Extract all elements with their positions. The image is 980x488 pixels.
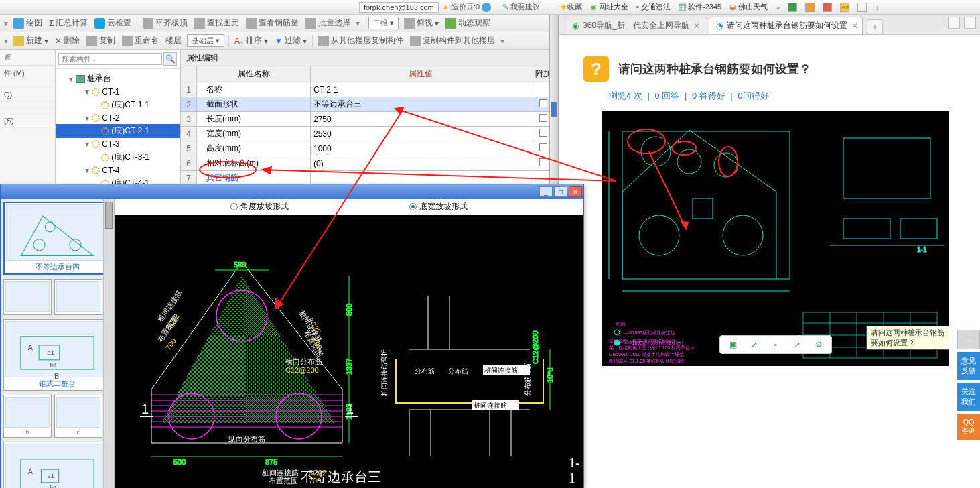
- tree-root[interactable]: ▾ 桩承台: [56, 72, 180, 86]
- dock-row[interactable]: 件 (M): [0, 66, 55, 82]
- tab-question[interactable]: ◔请问这两种桩承台钢筋要如何设置✕: [709, 17, 863, 34]
- btn-batch-sel[interactable]: 批量选择: [304, 17, 352, 29]
- question-icon: ?: [583, 56, 609, 82]
- fav-button[interactable]: ★收藏: [560, 2, 582, 12]
- question-title: 请问这两种桩承台钢筋要如何设置？: [618, 61, 811, 77]
- dock-row[interactable]: (S): [0, 114, 55, 128]
- toolbar-1: ▾ 绘图 Σ 汇总计算 云检查 平齐板顶 查找图元 查看钢筋量 批量选择 ▾ 二…: [0, 15, 559, 32]
- svg-text:GB50010-2010 混凝土结构设计规范: GB50010-2010 混凝土结构设计规范: [609, 352, 684, 357]
- svg-text:某工程结构施工图 比例 1:100 标高单位 m: 某工程结构施工图 比例 1:100 标高单位 m: [609, 345, 695, 350]
- follow-button[interactable]: 关注我们: [957, 383, 980, 411]
- thumb-card[interactable]: b: [3, 395, 52, 438]
- thumb-card[interactable]: c: [54, 395, 102, 438]
- bm-jtwf[interactable]: ▫ 交通违法: [636, 2, 671, 12]
- property-row[interactable]: 6相对底标高(m)(0): [181, 156, 555, 171]
- svg-point-4: [639, 215, 679, 255]
- dock-row[interactable]: [0, 102, 55, 108]
- img-settings-icon[interactable]: ⚙: [813, 339, 825, 351]
- btn-rename[interactable]: 重命名: [121, 35, 160, 46]
- btn-copy[interactable]: 复制: [85, 35, 117, 46]
- btn-topview[interactable]: 俯视 ▾: [403, 17, 440, 29]
- thumb-card[interactable]: Aa1b1B 锥式二桩台: [3, 319, 111, 391]
- radio-angle[interactable]: 角度放坡形式: [230, 201, 289, 212]
- img-share-icon[interactable]: ↗: [791, 339, 803, 351]
- tree-leaf[interactable]: (底)CT-1-1: [56, 98, 180, 112]
- property-row[interactable]: 3长度(mm)2750: [181, 112, 555, 127]
- question-image[interactable]: 1-1 结构说明：框架-剪力墙结构设计... 某工程结构施工图 比例 1:100…: [602, 111, 949, 366]
- canvas-caption-2: 1-1: [569, 455, 583, 486]
- tree-node[interactable]: ▾ CT-3: [56, 138, 180, 150]
- bm-wzdq[interactable]: ◉ 网址大全: [590, 2, 628, 12]
- child-titlebar[interactable]: _ □ ✕: [1, 184, 583, 199]
- svg-text:图例: 图例: [616, 322, 625, 326]
- floor-select[interactable]: 基础层 ▾: [187, 34, 224, 47]
- img-expand-icon[interactable]: ⤢: [748, 339, 760, 351]
- property-row[interactable]: 1名称CT-2-1: [181, 82, 555, 97]
- col-value: 属性值: [311, 66, 531, 82]
- bm-rj2345[interactable]: ▦ 软件-2345: [679, 2, 721, 12]
- min-button[interactable]: _: [539, 186, 553, 197]
- viewmode-select[interactable]: 二维 ▾: [368, 17, 399, 29]
- img-save-icon[interactable]: ▫: [770, 339, 782, 351]
- svg-text:500: 500: [345, 304, 353, 316]
- suggest-link[interactable]: ✎ 我要建议: [502, 2, 540, 12]
- btn-new[interactable]: 新建 ▾: [12, 35, 50, 46]
- thumb-scrollbar[interactable]: [103, 199, 114, 488]
- search-button[interactable]: 🔍: [163, 52, 177, 66]
- svg-text:分布筋弯折: 分布筋弯折: [524, 363, 531, 396]
- back-to-top[interactable]: ︿: [957, 330, 980, 349]
- child-main: 角度放坡形式 底宽放坡形式: [115, 199, 583, 488]
- btn-sum[interactable]: Σ 汇总计算: [48, 17, 89, 29]
- thumb-card[interactable]: Aa1b1 锥式四桩台: [3, 442, 111, 488]
- tree-node[interactable]: ▾ CT-4: [56, 164, 180, 176]
- svg-text:a1: a1: [47, 349, 54, 356]
- property-row[interactable]: 4宽度(mm)2530: [181, 127, 555, 141]
- btn-sort[interactable]: A↓排序 ▾: [233, 35, 269, 46]
- bm-fstq[interactable]: ◒ 佛山天气: [729, 2, 768, 12]
- tree-node[interactable]: ▾ CT-2: [56, 112, 180, 124]
- tree-leaf[interactable]: (底)CT-2-1: [56, 124, 180, 138]
- email-field[interactable]: forpk.chen@163.com: [359, 2, 439, 13]
- tree-node[interactable]: ▾ CT-1: [56, 86, 180, 98]
- thumb-card[interactable]: [54, 279, 102, 315]
- img-fit-icon[interactable]: ▣: [727, 339, 739, 351]
- tab-menu-icon[interactable]: [964, 17, 976, 29]
- tab-close-icon[interactable]: ✕: [693, 21, 700, 31]
- btn-orbit[interactable]: 动态观察: [444, 17, 492, 29]
- svg-marker-13: [681, 221, 688, 229]
- restore-tab-icon[interactable]: [948, 17, 960, 29]
- btn-copy-to-floor[interactable]: 复制构件到其他楼层: [409, 35, 496, 46]
- max-button[interactable]: □: [554, 186, 567, 197]
- tree-leaf[interactable]: (底)CT-3-1: [56, 150, 180, 164]
- property-row[interactable]: 5高度(mm)1000: [181, 141, 555, 156]
- shape-canvas[interactable]: 500 875 580 500 1337 1193 桩间连接筋 8C22 布置范…: [115, 215, 583, 488]
- dock-row[interactable]: [0, 82, 55, 88]
- bookmarks-bar: ★收藏 ◉ 网址大全 ▫ 交通违法 ▦ 软件-2345 ◒ 佛山天气 » Ad …: [560, 2, 879, 12]
- property-row[interactable]: 2截面形状不等边承台三: [181, 97, 555, 112]
- tab-close-icon[interactable]: ✕: [851, 21, 858, 31]
- close-button[interactable]: ✕: [569, 186, 582, 197]
- btn-del[interactable]: ✕ 删除: [54, 35, 81, 46]
- btn-pqbd[interactable]: 平齐板顶: [141, 17, 189, 29]
- splitter[interactable]: [549, 15, 559, 189]
- new-tab-button[interactable]: ＋: [867, 19, 883, 34]
- btn-draw[interactable]: 绘图: [12, 17, 44, 29]
- property-title: 属性编辑: [180, 50, 559, 66]
- radio-width[interactable]: 底宽放坡形式: [409, 201, 468, 212]
- thumb-card[interactable]: 不等边承台四: [3, 202, 111, 275]
- thumbnail-list[interactable]: 不等边承台四 Aa1b1B 锥式二桩台 b c Aa1b1 锥式四桩台: [1, 199, 115, 488]
- btn-copy-from-floor[interactable]: 从其他楼层复制构件: [317, 35, 405, 46]
- btn-find[interactable]: 查找图元: [193, 17, 240, 29]
- thumb-card[interactable]: [3, 279, 52, 315]
- dock-row[interactable]: Q): [0, 88, 55, 102]
- dock-row[interactable]: [0, 108, 55, 114]
- btn-cloud-check[interactable]: 云检查: [93, 17, 133, 29]
- btn-rebar-qty[interactable]: 查看钢筋量: [244, 17, 300, 29]
- svg-text:布置范围: 布置范围: [269, 477, 298, 485]
- svg-text:—Φ1000钻孔灌注桩(基础位): —Φ1000钻孔灌注桩(基础位): [624, 341, 683, 346]
- search-input[interactable]: [58, 53, 162, 65]
- qq-button[interactable]: QQ咨询: [957, 414, 980, 440]
- tab-360[interactable]: ◉360导航_新一代安全上网导航✕: [565, 17, 707, 34]
- feedback-button[interactable]: 意见反馈: [957, 352, 980, 380]
- btn-filter[interactable]: ▼过滤 ▾: [273, 35, 308, 46]
